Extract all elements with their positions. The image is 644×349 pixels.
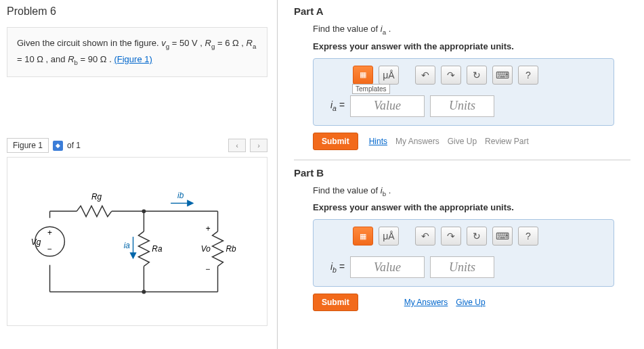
reset-button[interactable]: ↻ xyxy=(467,66,487,85)
part-a-lhs: ia = xyxy=(322,99,345,112)
part-b-units-input[interactable]: Units xyxy=(430,256,494,278)
part-a-units-input[interactable]: Units xyxy=(430,95,494,117)
figure-label: Figure 1 xyxy=(7,138,49,153)
label-rg: Rg xyxy=(91,192,102,202)
svg-marker-14 xyxy=(131,253,136,258)
label-vg: Vg xyxy=(31,237,41,247)
part-a-submit-button[interactable]: Submit xyxy=(313,133,358,150)
part-a-instruction: Express your answer with the appropriate… xyxy=(313,41,630,51)
part-a-heading: Part A xyxy=(294,5,630,17)
problem-title: Problem 6 xyxy=(7,5,267,18)
templates-icon: ▦ xyxy=(360,71,366,78)
given-box: Given the circuit shown in the figure. v… xyxy=(7,27,267,77)
reset-button[interactable]: ↻ xyxy=(467,227,487,246)
templates-button[interactable]: ▦ xyxy=(353,227,373,246)
redo-button[interactable]: ↷ xyxy=(441,227,461,246)
undo-button[interactable]: ↶ xyxy=(415,227,435,246)
part-b-toolbar: ▦ μÅ ↶ ↷ ↻ ⌨ ? xyxy=(353,227,605,246)
my-answers-link[interactable]: My Answers xyxy=(395,137,439,146)
figure-next-button[interactable]: › xyxy=(250,139,267,152)
part-b-lhs: ib = xyxy=(322,261,345,274)
figure-link[interactable]: (Figure 1) xyxy=(114,54,152,64)
part-a-answer-box: ▦ Templates μÅ ↶ ↷ ↻ ⌨ ? ia = Value Unit… xyxy=(313,58,614,126)
part-b-submit-button[interactable]: Submit xyxy=(313,294,358,311)
units-symbol-button[interactable]: μÅ xyxy=(379,227,399,246)
part-b-instruction: Express your answer with the appropriate… xyxy=(313,202,630,212)
templates-button[interactable]: ▦ Templates xyxy=(353,66,373,85)
part-a-prompt: Find the value of ia . xyxy=(313,24,630,36)
part-b-prompt: Find the value of ib . xyxy=(313,185,630,197)
part-b-answer-box: ▦ μÅ ↶ ↷ ↻ ⌨ ? ib = Value Units xyxy=(313,219,614,287)
right-pane: Part A Find the value of ia . Express yo… xyxy=(278,0,644,349)
my-answers-link[interactable]: My Answers xyxy=(404,298,448,307)
part-b-input-row: ib = Value Units xyxy=(322,256,605,278)
figure-nav-bar: Figure 1 ◆ of 1 ‹ › xyxy=(7,138,267,153)
figure-of-text: of 1 xyxy=(67,141,81,150)
label-ib: ib xyxy=(177,191,184,200)
source-plus: + xyxy=(47,228,52,237)
keyboard-button[interactable]: ⌨ xyxy=(492,227,513,246)
svg-marker-16 xyxy=(188,201,193,206)
redo-button[interactable]: ↷ xyxy=(441,66,461,85)
label-ia: ia xyxy=(124,241,131,250)
help-button[interactable]: ? xyxy=(518,66,538,85)
vo-plus: + xyxy=(206,224,211,233)
divider xyxy=(294,160,630,160)
keyboard-button[interactable]: ⌨ xyxy=(492,66,513,85)
part-a-submit-row: Submit Hints My Answers Give Up Review P… xyxy=(313,133,630,150)
part-a-input-row: ia = Value Units xyxy=(322,95,605,117)
review-part-link[interactable]: Review Part xyxy=(485,137,529,146)
part-b-heading: Part B xyxy=(294,167,630,179)
vo-minus: − xyxy=(206,264,211,274)
part-b: Part B Find the value of ib . Express yo… xyxy=(294,167,630,312)
part-a: Part A Find the value of ia . Express yo… xyxy=(294,5,630,150)
label-rb: Rb xyxy=(226,244,236,254)
circuit-figure: + − Vg Rg Ra Rb ia ib + Vo xyxy=(7,157,267,326)
hints-link[interactable]: Hints xyxy=(369,137,387,146)
help-button[interactable]: ? xyxy=(518,227,538,246)
source-minus: − xyxy=(47,244,52,254)
part-b-value-input[interactable]: Value xyxy=(350,256,425,278)
left-pane: Problem 6 Given the circuit shown in the… xyxy=(0,0,278,349)
part-b-links: My Answers Give Up xyxy=(369,298,486,307)
part-a-value-input[interactable]: Value xyxy=(350,95,425,117)
part-a-toolbar: ▦ Templates μÅ ↶ ↷ ↻ ⌨ ? xyxy=(353,66,605,85)
figure-prev-button[interactable]: ‹ xyxy=(228,139,246,152)
units-symbol-button[interactable]: μÅ xyxy=(379,66,399,85)
svg-point-12 xyxy=(142,290,146,294)
give-up-link[interactable]: Give Up xyxy=(456,298,485,307)
undo-button[interactable]: ↶ xyxy=(415,66,435,85)
part-b-submit-row: Submit My Answers Give Up xyxy=(313,294,630,311)
svg-point-11 xyxy=(142,210,146,214)
part-a-links: Hints My Answers Give Up Review Part xyxy=(369,137,529,146)
give-up-link[interactable]: Give Up xyxy=(448,137,477,146)
label-ra: Ra xyxy=(152,244,163,254)
templates-label: Templates xyxy=(352,84,390,94)
figure-spinner-icon[interactable]: ◆ xyxy=(53,141,63,151)
templates-icon: ▦ xyxy=(360,233,366,240)
label-vo: Vo xyxy=(201,244,211,254)
